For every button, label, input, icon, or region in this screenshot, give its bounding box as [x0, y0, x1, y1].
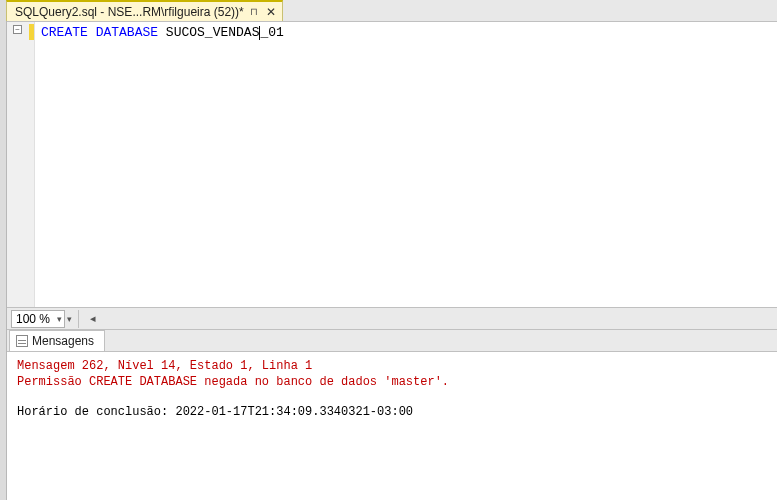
editor-gutter: − [7, 22, 35, 307]
editor-wrap: − CREATE DATABASE SUCOS_VENDAS_01 100 % … [7, 22, 777, 500]
keyword: DATABASE [96, 25, 158, 40]
document-tab-title: SQLQuery2.sql - NSE...RM\rfilgueira (52)… [15, 5, 244, 19]
error-message-line: Permissão CREATE DATABASE negada no banc… [17, 374, 767, 390]
zoom-combo[interactable]: 100 % ▾ [11, 310, 65, 328]
keyword: CREATE [41, 25, 88, 40]
messages-tab[interactable]: Mensagens [9, 330, 105, 351]
messages-icon [16, 335, 28, 347]
error-message-line: Mensagem 262, Nível 14, Estado 1, Linha … [17, 358, 767, 374]
identifier: _01 [260, 25, 283, 40]
change-indicator [29, 24, 34, 40]
pin-icon[interactable]: ⊓ [250, 6, 258, 17]
messages-tab-label: Mensagens [32, 334, 94, 348]
document-tabbar: SQLQuery2.sql - NSE...RM\rfilgueira (52)… [7, 0, 777, 22]
document-tab[interactable]: SQLQuery2.sql - NSE...RM\rfilgueira (52)… [6, 0, 283, 21]
separator [78, 310, 79, 328]
messages-pane[interactable]: Mensagem 262, Nível 14, Estado 1, Linha … [7, 352, 777, 500]
editor-status-bar: 100 % ▾ ▾ ◂ [7, 308, 777, 330]
code-area[interactable]: CREATE DATABASE SUCOS_VENDAS_01 [35, 22, 777, 307]
completion-time: Horário de conclusão: 2022-01-17T21:34:0… [17, 404, 767, 420]
identifier: SUCOS_VENDAS [166, 25, 260, 40]
chevron-down-icon[interactable]: ▾ [67, 314, 72, 324]
tool-icon[interactable]: ◂ [85, 311, 101, 327]
close-icon[interactable]: ✕ [266, 6, 276, 18]
collapse-toggle-icon[interactable]: − [13, 25, 22, 34]
sql-editor[interactable]: − CREATE DATABASE SUCOS_VENDAS_01 [7, 22, 777, 308]
zoom-value: 100 % [16, 312, 50, 326]
chevron-down-icon: ▾ [57, 314, 62, 324]
results-tabbar: Mensagens [7, 330, 777, 352]
